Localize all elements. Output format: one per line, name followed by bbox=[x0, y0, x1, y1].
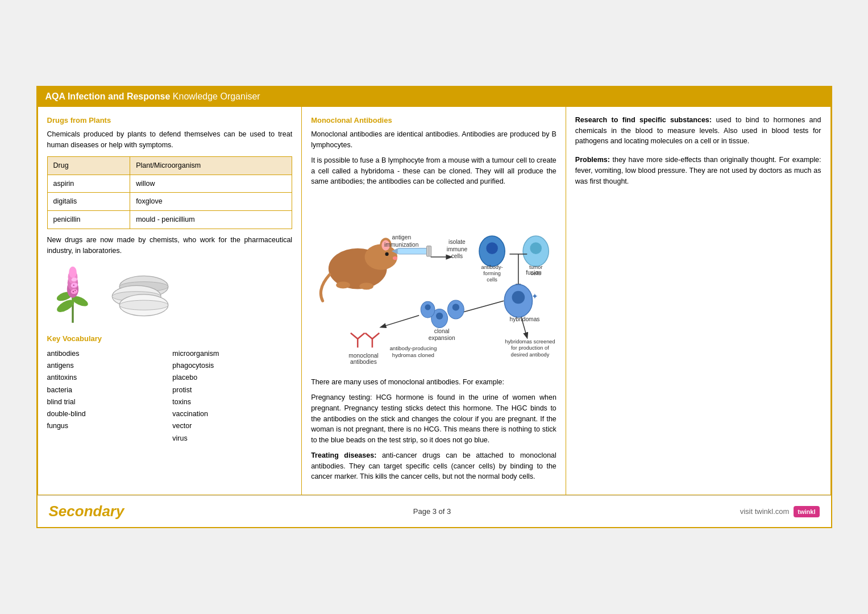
table-cell-plant-1: willow bbox=[130, 175, 292, 193]
main-content: Drugs from Plants Chemicals produced by … bbox=[38, 106, 831, 495]
vocab-item: phagocytosis bbox=[172, 360, 292, 372]
problems-label: Problems: bbox=[575, 156, 610, 164]
svg-text:clonal: clonal bbox=[434, 328, 450, 334]
drugs-table: Drug Plant/Microorganism aspirin willow … bbox=[47, 156, 293, 229]
svg-point-12 bbox=[74, 291, 76, 292]
svg-point-64 bbox=[425, 305, 431, 310]
column-2: Monoclonal Antibodies Monoclonal antibod… bbox=[302, 107, 566, 495]
treating-p: Treating diseases: anti-cancer drugs can… bbox=[311, 450, 556, 482]
problems-p: Problems: they have more side-effects th… bbox=[575, 155, 821, 186]
footer-twinkl-area: visit twinkl.com twinkl bbox=[740, 506, 820, 517]
header-bold: AQA Infection and Response bbox=[45, 92, 171, 101]
svg-text:fusion: fusion bbox=[526, 269, 542, 276]
vocab-item: toxins bbox=[172, 396, 292, 408]
plant-images-area bbox=[47, 263, 293, 325]
svg-point-39 bbox=[486, 243, 498, 255]
svg-point-51 bbox=[512, 291, 525, 304]
vocab-section: Key Vocabulary antibodies antigens antit… bbox=[47, 333, 293, 445]
svg-line-70 bbox=[358, 333, 364, 339]
pills-image bbox=[110, 271, 178, 317]
svg-text:isolate: isolate bbox=[448, 239, 466, 246]
vocab-item: bacteria bbox=[47, 384, 167, 396]
svg-text:cells: cells bbox=[451, 253, 463, 259]
monoclonal-diagram: antigen immunization isolate immune cell… bbox=[311, 193, 556, 371]
svg-text:expansion: expansion bbox=[429, 335, 455, 341]
svg-line-69 bbox=[351, 333, 358, 339]
vocab-columns: antibodies antigens antitoxins bacteria … bbox=[47, 348, 293, 445]
svg-text:desired antibody: desired antibody bbox=[511, 352, 550, 358]
table-cell-plant-3: mould - penicillium bbox=[130, 211, 292, 229]
svg-text:hybridomas: hybridomas bbox=[510, 316, 540, 322]
uses-p: There are many uses of monoclonal antibo… bbox=[311, 377, 556, 388]
vocab-item: vector bbox=[172, 420, 292, 432]
svg-text:monoclonal: monoclonal bbox=[348, 352, 379, 359]
svg-point-11 bbox=[72, 291, 74, 293]
mono-p2: It is possible to fuse a B lymphocyte fr… bbox=[311, 155, 556, 187]
svg-text:immunization: immunization bbox=[384, 242, 419, 248]
mono-p1: Monoclonal antibodies are identical anti… bbox=[311, 129, 556, 151]
drugs-p2: New drugs are now made by chemists, who … bbox=[47, 235, 293, 256]
vocab-item: microorganism bbox=[172, 348, 292, 360]
drugs-plants-title: Drugs from Plants bbox=[47, 115, 293, 126]
svg-line-73 bbox=[372, 333, 379, 339]
twinkl-logo: twinkl bbox=[794, 506, 819, 517]
pregnancy-p: Pregnancy testing: HCG hormone is found … bbox=[311, 392, 556, 446]
table-cell-drug-1: aspirin bbox=[47, 175, 130, 193]
vocab-item: placebo bbox=[172, 372, 292, 384]
svg-text:forming: forming bbox=[483, 271, 501, 276]
column-1: Drugs from Plants Chemicals produced by … bbox=[38, 107, 302, 495]
svg-point-27 bbox=[359, 283, 373, 289]
svg-line-72 bbox=[366, 333, 372, 339]
research-label: Research to find specific substances: bbox=[575, 116, 712, 124]
page-header: AQA Infection and Response Knowledge Org… bbox=[38, 87, 831, 106]
drugs-p1: Chemicals produced by plants to defend t… bbox=[47, 129, 293, 151]
vocab-item: vaccination bbox=[172, 408, 292, 420]
svg-point-60 bbox=[436, 313, 443, 320]
vocab-item: antitoxins bbox=[47, 372, 167, 384]
vocab-item: virus bbox=[172, 433, 292, 445]
svg-text:hybridomas screened: hybridomas screened bbox=[505, 339, 555, 345]
svg-text:for production of: for production of bbox=[511, 346, 549, 351]
table-header-plant: Plant/Microorganism bbox=[130, 156, 292, 175]
vocab-item: double-blind bbox=[47, 408, 167, 420]
svg-rect-28 bbox=[397, 248, 430, 254]
svg-text:antibody-: antibody- bbox=[481, 264, 503, 270]
svg-line-67 bbox=[381, 316, 419, 327]
svg-text:antibodies: antibodies bbox=[350, 359, 377, 365]
page: AQA Infection and Response Knowledge Org… bbox=[36, 86, 832, 528]
table-cell-drug-3: penicillin bbox=[47, 211, 130, 229]
svg-point-62 bbox=[452, 304, 459, 310]
problems-text: they have more side-effects than origina… bbox=[575, 156, 821, 185]
svg-text:antigen: antigen bbox=[392, 234, 412, 240]
table-cell-plant-2: foxglove bbox=[130, 193, 292, 211]
table-row: digitalis foxglove bbox=[47, 193, 292, 211]
svg-point-44 bbox=[530, 243, 542, 255]
svg-text:cells: cells bbox=[487, 277, 498, 283]
footer-visit-text: visit twinkl.com bbox=[740, 507, 790, 516]
svg-point-13 bbox=[73, 285, 74, 287]
footer-secondary-label: Secondary bbox=[49, 503, 124, 520]
svg-text:hydromas cloned: hydromas cloned bbox=[392, 352, 434, 358]
table-row: aspirin willow bbox=[47, 175, 292, 193]
vocab-title: Key Vocabulary bbox=[47, 333, 293, 345]
table-header-drug: Drug bbox=[47, 156, 130, 175]
svg-text:immune: immune bbox=[447, 246, 468, 252]
foxglove-image bbox=[47, 263, 98, 325]
header-normal: Knowledge Organiser bbox=[170, 92, 260, 101]
research-p: Research to find specific substances: us… bbox=[575, 115, 821, 147]
mono-title: Monoclonal Antibodies bbox=[311, 115, 556, 126]
vocab-item: antibodies bbox=[47, 348, 167, 360]
svg-text:✦: ✦ bbox=[532, 292, 539, 301]
vocab-item: fungus bbox=[47, 420, 167, 432]
svg-point-25 bbox=[393, 256, 397, 260]
vocab-item-blind-trial: blind trial bbox=[47, 396, 167, 408]
vocab-item: antigens bbox=[47, 360, 167, 372]
table-row: penicillin mould - penicillium bbox=[47, 211, 292, 229]
svg-text:antibody-producing: antibody-producing bbox=[390, 346, 437, 352]
footer-page-number: Page 3 of 3 bbox=[413, 507, 451, 516]
svg-point-24 bbox=[385, 252, 389, 256]
svg-point-26 bbox=[336, 281, 350, 288]
vocab-item: protist bbox=[172, 384, 292, 396]
table-cell-drug-2: digitalis bbox=[47, 193, 130, 211]
diagram-svg: antigen immunization isolate immune cell… bbox=[311, 193, 556, 368]
